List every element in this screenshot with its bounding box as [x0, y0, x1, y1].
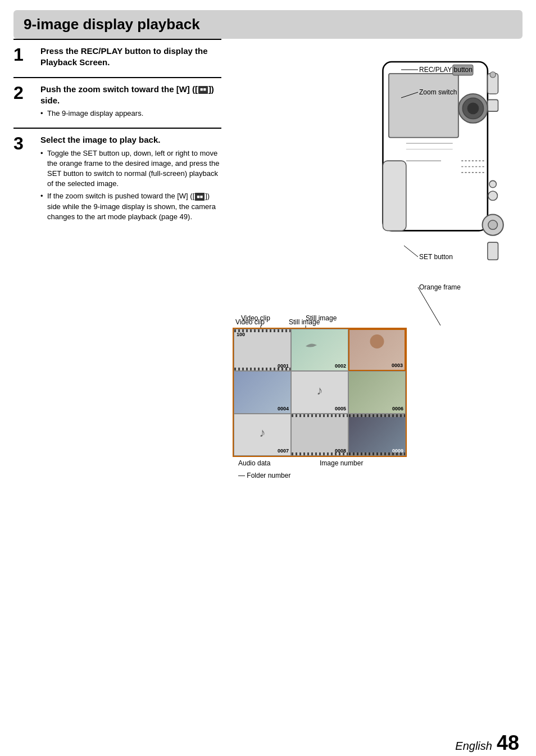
image-grid-section: Video clip Still image 100 0001: [233, 314, 435, 485]
grid-cell-1: 100 0001: [234, 329, 291, 371]
content-area: 1 Press the REC/PLAY button to display t…: [13, 39, 523, 477]
step-2-content: Push the zoom switch toward the [W] ([■■…: [40, 84, 221, 121]
zoom-icon-w2: ■■: [195, 193, 205, 201]
right-column: REC/PLAY button Zoom switch SET button: [227, 39, 523, 477]
step-2-bullet-1: The 9-image display appears.: [40, 108, 221, 119]
page-wrapper: 9-image display playback 1 Press the REC…: [0, 10, 536, 756]
step-2-number: 2: [13, 84, 36, 102]
cell-2-number: 0002: [335, 363, 346, 369]
step-1-title: Press the REC/PLAY button to display the…: [40, 46, 221, 67]
filmstrip-top-9: [349, 414, 405, 417]
svg-point-4: [490, 72, 496, 78]
grid-cell-7: ♪ 0007: [234, 414, 291, 456]
cell-1-number: 0001: [278, 363, 289, 369]
label-audio-data: Audio data: [238, 459, 270, 467]
title-bar: 9-image display playback: [13, 10, 523, 39]
svg-point-8: [488, 191, 498, 201]
nine-image-grid: 100 0001 0002: [233, 328, 407, 457]
page-title: 9-image display playback: [24, 16, 512, 33]
zoom-icon-w: ■■: [198, 86, 208, 94]
step-1-number: 1: [13, 46, 36, 64]
grid-cell-6: 0006: [348, 371, 406, 413]
step-3-bullet-1: Toggle the SET button up, down, left or …: [40, 148, 221, 189]
page-footer: English 48: [455, 731, 519, 755]
label-image-number: Image number: [320, 459, 363, 467]
cell-5-number: 0005: [335, 406, 346, 411]
cell-4-number: 0004: [278, 406, 289, 411]
svg-rect-5: [488, 99, 498, 111]
step-2-bullets: The 9-image display appears.: [40, 108, 221, 119]
camera-illustration: [360, 44, 523, 295]
label-still-image: Still image: [306, 314, 337, 322]
grid-cell-3: 0003: [348, 329, 406, 371]
svg-rect-21: [488, 242, 498, 260]
cell-3-number: 0003: [392, 363, 403, 368]
left-column: 1 Press the REC/PLAY button to display t…: [13, 39, 227, 477]
grid-cell-9: 0009: [348, 414, 406, 456]
step-2-title: Push the zoom switch toward the [W] ([■■…: [40, 84, 221, 106]
folder-number: 100: [237, 332, 245, 337]
cell-6-number: 0006: [392, 406, 403, 411]
step-3-content: Select the image to play back. Toggle th…: [40, 134, 221, 224]
step-3-number: 3: [13, 134, 36, 152]
filmstrip-top-8: [292, 414, 348, 417]
svg-point-7: [488, 220, 498, 230]
diagram-area: REC/PLAY button Zoom switch SET button: [227, 39, 523, 477]
svg-point-9: [489, 180, 496, 187]
step-1: 1 Press the REC/PLAY button to display t…: [13, 39, 221, 77]
label-folder-number: — Folder number: [238, 472, 290, 479]
footer-language: English: [455, 740, 492, 753]
step-3-title: Select the image to play back.: [40, 134, 221, 146]
grid-cell-4: 0004: [234, 371, 291, 413]
svg-rect-14: [453, 65, 473, 75]
cell-8-number: 0008: [335, 448, 346, 454]
step-1-content: Press the REC/PLAY button to display the…: [40, 46, 221, 70]
svg-rect-2: [390, 75, 457, 137]
grid-cell-2: 0002: [291, 329, 348, 371]
grid-cell-8: 0008: [291, 414, 348, 456]
footer-page-number: 48: [497, 731, 519, 755]
svg-rect-10: [383, 161, 406, 230]
step-3-bullets: Toggle the SET button up, down, left or …: [40, 148, 221, 222]
svg-point-13: [467, 103, 479, 115]
step-2: 2 Push the zoom switch toward the [W] ([…: [13, 77, 221, 128]
step-3: 3 Select the image to play back. Toggle …: [13, 128, 221, 231]
cell-7-number: 0007: [278, 448, 289, 454]
label-video-clip: Video clip: [241, 314, 270, 322]
cell-9-number: 0009: [392, 448, 403, 454]
grid-cell-5: ♪ 0005: [291, 371, 348, 413]
step-3-bullet-2: If the zoom switch is pushed toward the …: [40, 191, 221, 222]
